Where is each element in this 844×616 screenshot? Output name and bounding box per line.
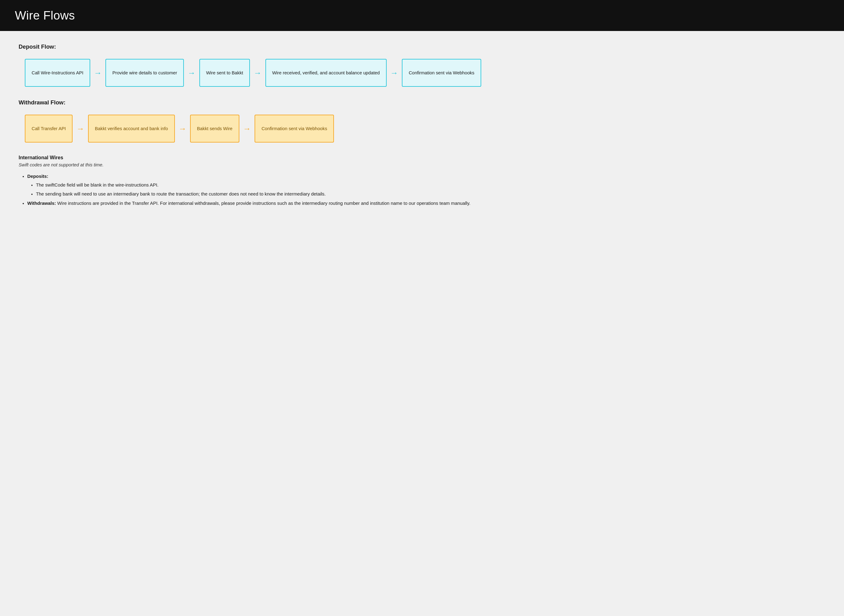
withdrawal-arrow-2: →: [175, 124, 190, 133]
deposit-arrow-1: →: [90, 69, 106, 78]
withdrawal-step-4: Confirmation sent via Webhooks: [254, 114, 334, 142]
deposits-list-item: Deposits: The swiftCode field will be bl…: [27, 173, 825, 197]
deposit-flow-section: Deposit Flow: Call Wire-Instructions API…: [19, 43, 825, 87]
deposit-step-1: Call Wire-Instructions API: [25, 59, 90, 87]
withdrawal-step-2: Bakkt verifies account and bank info: [88, 114, 175, 142]
intl-wires-subtitle: Swift codes are not supported at this ti…: [19, 162, 825, 167]
page-header: Wire Flows: [0, 0, 844, 31]
intl-wires-title: International Wires: [19, 155, 825, 160]
withdrawals-text: Wire instructions are provided in the Tr…: [57, 201, 471, 206]
withdrawal-arrow-1: →: [72, 124, 88, 133]
deposits-label: Deposits:: [27, 174, 49, 179]
deposit-arrow-3: →: [250, 69, 265, 78]
withdrawal-arrow-3: →: [240, 124, 255, 133]
international-wires-section: International Wires Swift codes are not …: [19, 155, 825, 207]
withdrawal-step-3: Bakkt sends Wire: [190, 114, 240, 142]
intl-wires-list: Deposits: The swiftCode field will be bl…: [19, 173, 825, 207]
withdrawal-flow-title: Withdrawal Flow:: [19, 99, 825, 106]
deposit-step-3: Wire sent to Bakkt: [199, 59, 250, 87]
deposit-bullet-1: The swiftCode field will be blank in the…: [36, 182, 825, 188]
deposit-step-2: Provide wire details to customer: [106, 59, 184, 87]
withdrawal-flow-diagram: Call Transfer API → Bakkt verifies accou…: [25, 114, 825, 142]
withdrawals-label: Withdrawals:: [27, 201, 56, 206]
withdrawal-flow-section: Withdrawal Flow: Call Transfer API → Bak…: [19, 99, 825, 142]
deposit-flow-diagram: Call Wire-Instructions API → Provide wir…: [25, 59, 825, 87]
deposit-bullet-2: The sending bank will need to use an int…: [36, 191, 825, 197]
deposit-arrow-2: →: [184, 69, 199, 78]
deposit-flow-title: Deposit Flow:: [19, 43, 825, 50]
page-title: Wire Flows: [15, 9, 829, 22]
withdrawal-step-1: Call Transfer API: [25, 114, 72, 142]
main-content: Deposit Flow: Call Wire-Instructions API…: [0, 31, 844, 224]
deposit-step-5: Confirmation sent via Webhooks: [402, 59, 481, 87]
deposit-arrow-4: →: [387, 69, 402, 78]
deposit-step-4: Wire received, verified, and account bal…: [265, 59, 387, 87]
deposits-sub-list: The swiftCode field will be blank in the…: [27, 182, 825, 197]
withdrawals-list-item: Withdrawals: Wire instructions are provi…: [27, 200, 825, 207]
